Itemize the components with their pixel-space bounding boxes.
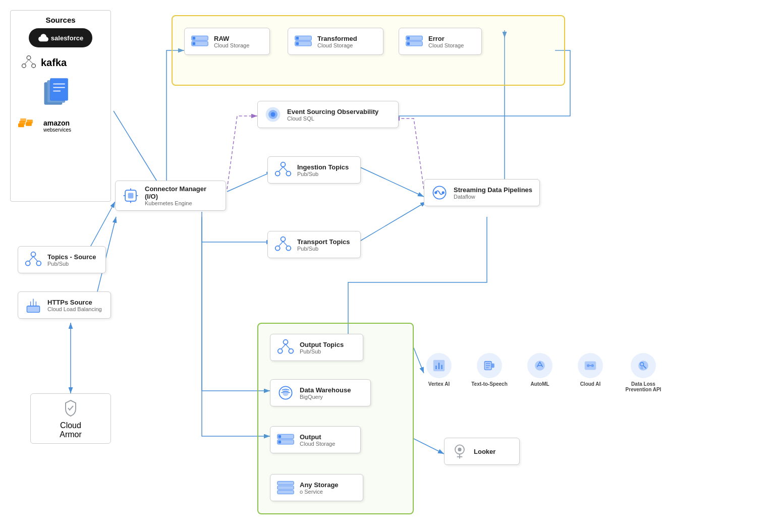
text-to-speech-svg xyxy=(482,359,496,373)
svg-point-62 xyxy=(26,261,30,266)
svg-point-57 xyxy=(275,246,280,251)
raw-label: RAW xyxy=(214,35,249,42)
topics-source-label: Topics - Source xyxy=(47,253,96,261)
kafka-label: kafka xyxy=(41,57,67,69)
raw-sublabel: Cloud Storage xyxy=(214,42,249,48)
svg-line-10 xyxy=(414,439,444,454)
https-source-text: HTTPs Source Cloud Load Balancing xyxy=(47,299,102,312)
ingestion-topics-sublabel: Pub/Sub xyxy=(297,171,349,177)
looker-text: Looker xyxy=(474,448,495,455)
dlp-item: 01 Data Loss Prevention API xyxy=(621,353,666,392)
svg-point-61 xyxy=(31,252,36,257)
transformed-sublabel: Cloud Storage xyxy=(317,42,357,48)
kafka-item: kafka xyxy=(16,54,105,71)
svg-line-75 xyxy=(286,344,290,349)
ingestion-topics-icon xyxy=(274,161,292,179)
streaming-pipelines-text: Streaming Data Pipelines Dataflow xyxy=(454,186,532,200)
svg-line-5 xyxy=(358,202,426,242)
cloud-ai-icon xyxy=(578,353,603,378)
svg-rect-81 xyxy=(279,441,281,443)
streaming-pipelines-node: Streaming Data Pipelines Dataflow xyxy=(424,179,540,206)
salesforce-label: salesforce xyxy=(51,34,83,42)
transformed-storage-text: Transformed Cloud Storage xyxy=(317,35,357,48)
automl-svg xyxy=(533,359,547,373)
svg-text:01: 01 xyxy=(640,367,643,370)
transport-topics-label: Transport Topics xyxy=(297,238,350,246)
svg-rect-90 xyxy=(491,364,494,368)
svg-point-98 xyxy=(591,364,594,367)
dlp-label: Data Loss Prevention API xyxy=(621,381,666,392)
svg-point-56 xyxy=(281,237,286,242)
svg-point-11 xyxy=(27,56,31,60)
output-topics-label: Output Topics xyxy=(300,341,344,348)
automl-icon xyxy=(527,353,552,378)
sources-title: Sources xyxy=(16,16,105,24)
svg-point-105 xyxy=(458,448,461,451)
dlp-svg: 01 xyxy=(636,359,650,373)
https-source-icon xyxy=(24,296,42,314)
svg-point-12 xyxy=(22,64,26,68)
vertex-ai-svg xyxy=(432,359,446,373)
raw-storage-icon xyxy=(191,32,209,50)
svg-point-44 xyxy=(286,171,291,176)
diagram-container: Sources salesforce kafka xyxy=(0,0,775,532)
connector-manager-sublabel: Kubernetes Engine xyxy=(145,200,219,206)
connector-manager-icon xyxy=(122,187,140,205)
streaming-pipelines-icon xyxy=(430,184,449,202)
svg-point-71 xyxy=(284,340,288,344)
cloud-armor-text: Cloud Armor xyxy=(60,421,82,439)
https-source-node: HTTPs Source Cloud Load Balancing xyxy=(18,291,111,319)
transformed-storage-icon xyxy=(294,32,312,50)
error-label: Error xyxy=(428,35,464,42)
vertex-ai-label: Vertex AI xyxy=(428,381,450,387)
svg-point-77 xyxy=(283,390,289,396)
text-to-speech-item: Text-to-Speech xyxy=(469,353,510,387)
topics-source-text: Topics - Source Pub/Sub xyxy=(47,253,96,267)
documents-item xyxy=(16,78,105,108)
transport-topics-sublabel: Pub/Sub xyxy=(297,246,350,252)
svg-rect-29 xyxy=(193,37,195,39)
data-warehouse-node: Data Warehouse BigQuery xyxy=(270,379,371,406)
cloud-armor-label: Cloud xyxy=(60,421,81,430)
svg-point-72 xyxy=(278,349,283,353)
automl-item: AutoML xyxy=(520,353,560,387)
cloud-ai-item: Cloud AI xyxy=(570,353,611,387)
output-topics-icon xyxy=(276,338,295,357)
svg-rect-66 xyxy=(27,306,39,313)
svg-line-60 xyxy=(283,242,288,247)
output-label: Output xyxy=(300,433,335,441)
event-sourcing-text: Event Sourcing Observability Cloud SQL xyxy=(287,108,378,122)
svg-point-54 xyxy=(434,191,437,194)
event-sourcing-sublabel: Cloud SQL xyxy=(287,115,378,122)
data-warehouse-label: Data Warehouse xyxy=(300,386,351,394)
connector-manager-node: Connector Manager (I/O) Kubernetes Engin… xyxy=(115,181,226,211)
vertex-ai-item: Vertex AI xyxy=(419,353,459,387)
error-storage-node: Error Cloud Storage xyxy=(399,28,482,55)
svg-rect-83 xyxy=(278,486,294,489)
svg-rect-80 xyxy=(279,435,281,438)
raw-storage-text: RAW Cloud Storage xyxy=(214,35,249,48)
automl-label: AutoML xyxy=(530,381,549,387)
svg-point-97 xyxy=(587,364,590,367)
connector-manager-label: Connector Manager (I/O) xyxy=(145,185,219,200)
output-topics-text: Output Topics Pub/Sub xyxy=(300,341,344,354)
aws-sublabel: webservices xyxy=(43,127,71,133)
vertex-ai-icon xyxy=(426,353,452,378)
documents-icon xyxy=(43,78,78,108)
connector-manager-text: Connector Manager (I/O) Kubernetes Engin… xyxy=(145,185,219,206)
transport-topics-icon xyxy=(274,235,292,254)
ai-services-row: Vertex AI Text-to-Speech xyxy=(419,353,666,392)
cloud-ai-label: Cloud AI xyxy=(580,381,601,387)
aws-label: amazon xyxy=(43,119,71,127)
sources-box: Sources salesforce kafka xyxy=(10,10,111,202)
svg-point-55 xyxy=(442,191,445,194)
event-sourcing-icon xyxy=(264,105,282,124)
text-to-speech-label: Text-to-Speech xyxy=(471,381,508,387)
svg-line-64 xyxy=(29,257,33,262)
svg-point-63 xyxy=(36,261,41,266)
svg-rect-30 xyxy=(193,42,195,45)
looker-label: Looker xyxy=(474,448,495,455)
data-warehouse-icon xyxy=(276,384,295,402)
transformed-storage-node: Transformed Cloud Storage xyxy=(288,28,383,55)
ingestion-topics-text: Ingestion Topics Pub/Sub xyxy=(297,163,349,177)
